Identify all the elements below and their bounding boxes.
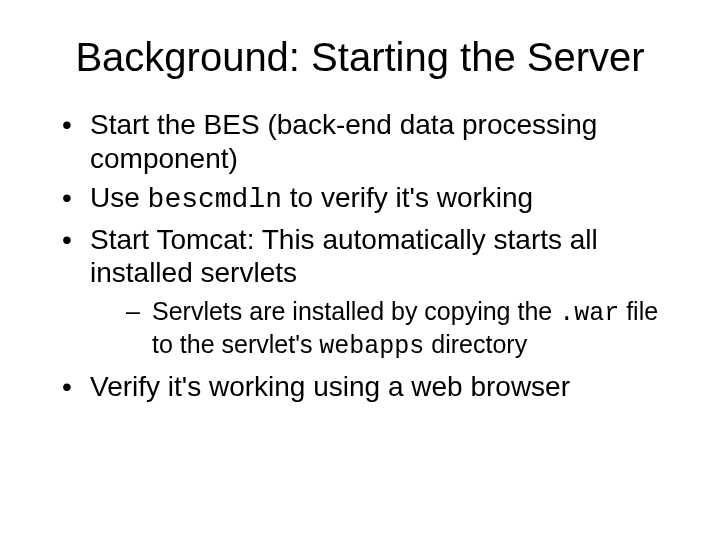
bullet-text: to verify it's working [282,182,533,213]
sub-bullet-item: Servlets are installed by copying the .w… [126,296,670,362]
code-webapps: webapps [319,332,424,361]
bullet-item: Start the BES (back-end data processing … [58,108,670,175]
code-bescmdln: bescmdln [148,184,282,215]
bullet-text: Verify it's working using a web browser [90,371,570,402]
bullet-text: Start Tomcat: This automatically starts … [90,224,598,289]
slide-title: Background: Starting the Server [50,34,670,80]
bullet-item: Use bescmdln to verify it's working [58,181,670,217]
sub-bullet-list: Servlets are installed by copying the .w… [126,296,670,362]
code-war: .war [559,299,619,328]
bullet-item: Start Tomcat: This automatically starts … [58,223,670,362]
bullet-list: Start the BES (back-end data processing … [58,108,670,404]
bullet-text: directory [424,330,527,358]
bullet-text: Start the BES (back-end data processing … [90,109,597,174]
bullet-item: Verify it's working using a web browser [58,370,670,404]
bullet-text: Use [90,182,148,213]
bullet-text: Servlets are installed by copying the [152,297,559,325]
slide: Background: Starting the Server Start th… [0,0,720,540]
